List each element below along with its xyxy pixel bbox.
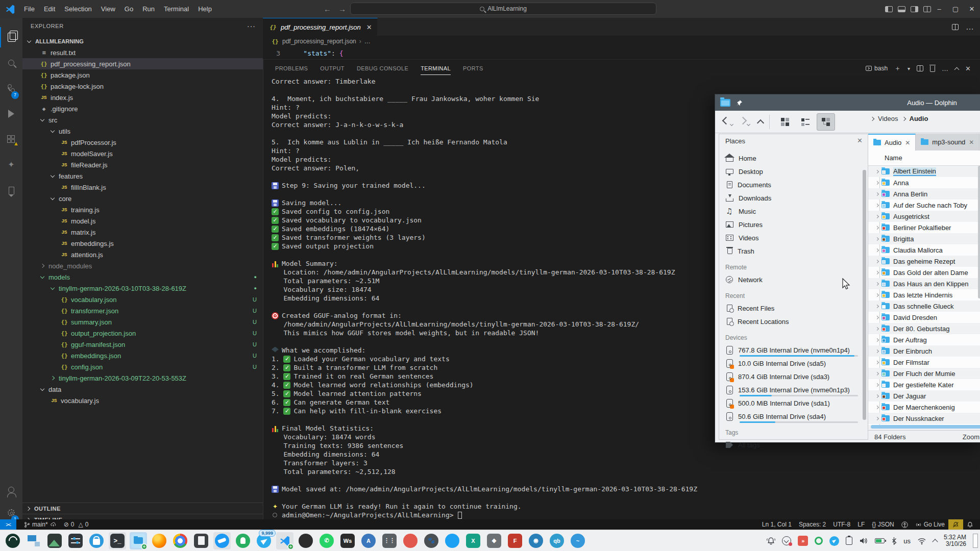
breadcrumb-videos[interactable]: Videos: [878, 115, 898, 122]
taskbar-app-red-circle-app[interactable]: [402, 532, 419, 549]
tree-item[interactable]: JSmatrix.js: [22, 227, 263, 238]
folder-row[interactable]: David Dresden: [868, 312, 980, 323]
taskbar-app-kde-pager[interactable]: [25, 532, 42, 549]
taskbar-app-ws-app[interactable]: Ws: [339, 532, 356, 549]
tree-item[interactable]: {}pdf_processing_report.json: [22, 58, 263, 69]
taskbar-app-firefox[interactable]: [151, 532, 168, 549]
menu-edit[interactable]: Edit: [39, 0, 60, 18]
taskbar-app-green-mascot-app[interactable]: [234, 532, 252, 549]
expand-chevron-icon[interactable]: [875, 304, 879, 308]
panel-tab-output[interactable]: OUTPUT: [320, 65, 345, 71]
toggle-panel-icon[interactable]: [898, 6, 905, 12]
taskbar-app-chrome[interactable]: [172, 532, 189, 549]
tree-item[interactable]: src: [22, 114, 263, 126]
folder-row[interactable]: Das geheime Rezept: [868, 256, 980, 267]
show-desktop-button[interactable]: [973, 534, 978, 548]
close-panel-icon[interactable]: ✕: [965, 65, 971, 72]
updates-icon[interactable]: [782, 536, 791, 545]
menu-view[interactable]: View: [96, 0, 120, 18]
maximize-button[interactable]: ▢: [947, 0, 964, 18]
tab-close-icon[interactable]: ✕: [905, 139, 910, 146]
places-item-870-4-gib-internal-drive-sda3-[interactable]: 870.4 GiB Internal Drive (sda3): [719, 370, 862, 383]
tree-item[interactable]: {}embeddings.jsonU: [22, 350, 263, 361]
expand-chevron-icon[interactable]: [875, 327, 879, 330]
forward-button[interactable]: [740, 118, 750, 126]
tree-item[interactable]: {}package-lock.json: [22, 81, 263, 92]
tree-item[interactable]: data: [22, 384, 263, 395]
taskbar-app-image-viewer[interactable]: [46, 532, 63, 549]
tree-item[interactable]: tinyllm-german-2026-03-09T22-20-53-553Z: [22, 372, 263, 384]
terminal-dropdown-icon[interactable]: ▾: [908, 66, 910, 71]
taskbar-app-opensuse-menu[interactable]: [4, 532, 21, 549]
folder-row[interactable]: Ausgetrickst: [868, 211, 980, 222]
places-item-downloads[interactable]: Downloads: [719, 191, 862, 205]
folder-row[interactable]: Der 80. Geburtstag: [868, 323, 980, 334]
tree-root[interactable]: ALLLMLEARNING: [22, 36, 263, 47]
eol-item[interactable]: LF: [854, 519, 868, 530]
places-item-music[interactable]: ♫Music: [719, 205, 862, 218]
taskbar-app-falkon[interactable]: [213, 532, 231, 549]
places-item-trash[interactable]: Trash: [719, 244, 862, 258]
places-item-recent-locations[interactable]: Recent Locations: [719, 315, 862, 328]
vpn-status-icon[interactable]: [815, 537, 823, 545]
tree-item[interactable]: {}vocabulary.jsonU: [22, 294, 263, 305]
folder-row[interactable]: Der Auftrag: [868, 334, 980, 345]
expand-chevron-icon[interactable]: [875, 282, 879, 285]
clipboard-icon[interactable]: [846, 537, 852, 545]
indentation-item[interactable]: Spaces: 2: [795, 519, 829, 530]
customize-layout-icon[interactable]: [923, 6, 931, 12]
taskbar-app-discover[interactable]: [88, 532, 105, 549]
tree-item[interactable]: ≡result.txt: [22, 47, 263, 58]
folder-row[interactable]: Anna: [868, 177, 980, 188]
folder-row[interactable]: Albert Einstein: [868, 166, 980, 177]
run-debug-icon[interactable]: [0, 104, 22, 124]
expand-chevron-icon[interactable]: [875, 203, 879, 207]
folder-row[interactable]: Das schnelle Glueck: [868, 300, 980, 312]
taskbar-app-wave-app[interactable]: ~: [569, 532, 586, 549]
outline-section[interactable]: OUTLINE: [22, 503, 263, 514]
places-item-documents[interactable]: Documents: [719, 178, 862, 191]
problems-item[interactable]: ⊘0 △0: [60, 519, 92, 530]
folder-row[interactable]: Der Filmstar: [868, 357, 980, 368]
extensions-icon[interactable]: [0, 129, 22, 149]
expand-chevron-icon[interactable]: [875, 237, 879, 240]
clock[interactable]: 5:32 AM 3/10/26: [944, 534, 966, 547]
folder-row[interactable]: Brigitta: [868, 233, 980, 244]
horizontal-scrollbar[interactable]: [871, 425, 980, 430]
expand-chevron-icon[interactable]: [875, 259, 879, 263]
taskbar-app-app-grid[interactable]: ⋮⋮: [381, 532, 398, 549]
menu-go[interactable]: Go: [120, 0, 138, 18]
expand-chevron-icon[interactable]: [875, 383, 879, 386]
breadcrumb-audio[interactable]: Audio: [910, 115, 928, 122]
places-close-icon[interactable]: ✕: [857, 137, 863, 144]
expand-chevron-icon[interactable]: [875, 416, 879, 420]
notifications-bell-icon[interactable]: [963, 519, 977, 530]
taskbar-app-whatsapp[interactable]: ✆: [318, 532, 335, 549]
tree-item[interactable]: tinyllm-german-2026-03-10T03-38-28-619Z●: [22, 283, 263, 294]
folder-row[interactable]: Der Jaguar: [868, 390, 980, 402]
editor-more-icon[interactable]: …: [966, 22, 974, 32]
breadcrumb[interactable]: {} pdf_processing_report.json › …: [263, 36, 980, 47]
taskbar-app-teal-x-app[interactable]: X: [464, 532, 482, 549]
tree-item[interactable]: JSmodel.js: [22, 215, 263, 227]
tree-item[interactable]: JSattention.js: [22, 249, 263, 260]
taskbar-app-telegram[interactable]: 9,999: [255, 532, 273, 549]
folder-row[interactable]: Claudia Mallorca: [868, 244, 980, 256]
keyboard-layout[interactable]: us: [903, 537, 911, 545]
places-item-home[interactable]: Home: [719, 152, 862, 165]
git-branch-item[interactable]: main*: [20, 519, 60, 530]
accounts-icon[interactable]: [0, 480, 22, 500]
terminal-shell-chip[interactable]: bash: [866, 65, 888, 72]
expand-chevron-icon[interactable]: [875, 360, 879, 364]
places-item-all-tags[interactable]: All tags: [719, 438, 862, 452]
taskbar-app-konsole[interactable]: >_: [109, 532, 126, 549]
taskbar-app-diamond-app[interactable]: ◆: [485, 532, 503, 549]
bookmarks-icon[interactable]: [0, 180, 22, 201]
tree-item[interactable]: node_modules: [22, 260, 263, 271]
tree-item[interactable]: {}transformer.jsonU: [22, 305, 263, 316]
split-editor-icon[interactable]: [952, 24, 959, 30]
tree-item[interactable]: JSembeddings.js: [22, 238, 263, 249]
menu-run[interactable]: Run: [138, 0, 159, 18]
tree-view-button[interactable]: [817, 113, 835, 131]
pin-icon[interactable]: [736, 99, 743, 107]
